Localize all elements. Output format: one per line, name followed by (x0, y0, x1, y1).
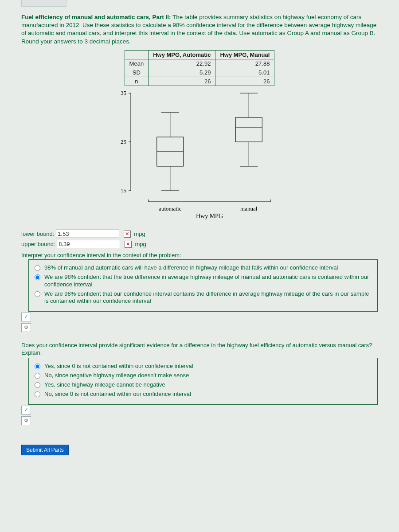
feedback-settings-icon[interactable]: ⚙ (21, 323, 31, 332)
radio-input[interactable] (35, 382, 40, 388)
svg-text:automatic: automatic (159, 205, 181, 212)
feedback-correct-icon[interactable]: ✓ (21, 313, 31, 321)
radio-label: No, since 0 is not contained within our … (44, 391, 191, 398)
radio-option[interactable]: Yes, since highway mileage cannot be neg… (32, 381, 374, 389)
cell: 27.88 (215, 59, 274, 68)
radio-input[interactable] (35, 291, 40, 297)
lower-bound-row: lower bound: ✕ mpg (21, 230, 378, 238)
prompt-title: Fuel efficiency of manual and automatic … (21, 14, 171, 20)
lower-bound-input[interactable] (56, 230, 119, 238)
question-prompt: Fuel efficiency of manual and automatic … (21, 13, 378, 46)
interpret-options: 98% of manual and automatic cars will ha… (28, 259, 378, 312)
radio-label: 98% of manual and automatic cars will ha… (44, 264, 338, 272)
radio-input[interactable] (35, 364, 40, 369)
lower-bound-label: lower bound: (21, 231, 54, 237)
tab-stub (21, 0, 66, 7)
row-label: SD (125, 68, 149, 77)
feedback-settings-icon[interactable]: ⚙ (21, 416, 31, 425)
svg-text:Hwy MPG: Hwy MPG (196, 213, 223, 219)
row-label: Mean (125, 59, 149, 68)
unit-label: mpg (135, 241, 146, 247)
cell: 5.29 (149, 68, 215, 77)
svg-text:15: 15 (121, 187, 126, 194)
radio-input[interactable] (35, 265, 40, 271)
table-corner (125, 50, 149, 59)
table-row-sd: SD 5.29 5.01 (125, 68, 274, 77)
cell: 22.92 (149, 59, 215, 68)
summary-stats-table: Hwy MPG, Automatic Hwy MPG, Manual Mean … (125, 50, 275, 86)
significance-options: Yes, since 0 is not contained within our… (28, 358, 378, 405)
radio-input[interactable] (35, 274, 40, 280)
row-label: n (125, 77, 149, 86)
radio-label: Yes, since 0 is not contained within our… (44, 363, 193, 370)
cell: 5.01 (215, 68, 274, 77)
radio-option[interactable]: Yes, since 0 is not contained within our… (32, 363, 374, 370)
table-row-n: n 26 26 (125, 77, 274, 86)
radio-input[interactable] (35, 373, 40, 379)
radio-label: No, since negative highway mileage doesn… (44, 372, 189, 379)
upper-bound-row: upper bound: ✕ mpg (21, 240, 378, 248)
cell: 26 (215, 77, 274, 86)
feedback-correct-icon[interactable]: ✓ (21, 406, 31, 415)
radio-option[interactable]: We are 98% confident that the true diffe… (32, 274, 374, 289)
radio-option[interactable]: No, since negative highway mileage doesn… (32, 372, 374, 379)
svg-text:35: 35 (121, 90, 126, 96)
boxplot-chart: 152535automaticmanualHwy MPG (106, 89, 293, 222)
radio-option[interactable]: 98% of manual and automatic cars will ha… (32, 264, 374, 272)
submit-all-parts-button[interactable]: Submit All Parts (21, 445, 69, 455)
significance-heading: Does your confidence interval provide si… (21, 342, 378, 357)
svg-text:manual: manual (240, 205, 258, 212)
radio-input[interactable] (35, 391, 40, 397)
upper-bound-label: upper bound: (21, 241, 55, 247)
radio-option[interactable]: We are 98% confident that our confidence… (32, 290, 374, 305)
wrong-icon: ✕ (124, 231, 131, 238)
radio-option[interactable]: No, since 0 is not contained within our … (32, 391, 374, 398)
col-header-manual: Hwy MPG, Manual (215, 50, 274, 59)
interpret-heading: Interpret your confidence interval in th… (21, 252, 378, 258)
svg-rect-21 (235, 117, 262, 142)
svg-text:25: 25 (121, 138, 126, 145)
radio-label: We are 98% confident that our confidence… (44, 290, 374, 305)
col-header-automatic: Hwy MPG, Automatic (149, 50, 215, 59)
upper-bound-input[interactable] (57, 240, 120, 248)
radio-label: Yes, since highway mileage cannot be neg… (44, 381, 165, 389)
cell: 26 (149, 77, 215, 86)
unit-label: mpg (134, 231, 145, 237)
wrong-icon: ✕ (125, 241, 132, 248)
radio-label: We are 98% confident that the true diffe… (44, 274, 374, 289)
table-row-mean: Mean 22.92 27.88 (125, 59, 274, 68)
